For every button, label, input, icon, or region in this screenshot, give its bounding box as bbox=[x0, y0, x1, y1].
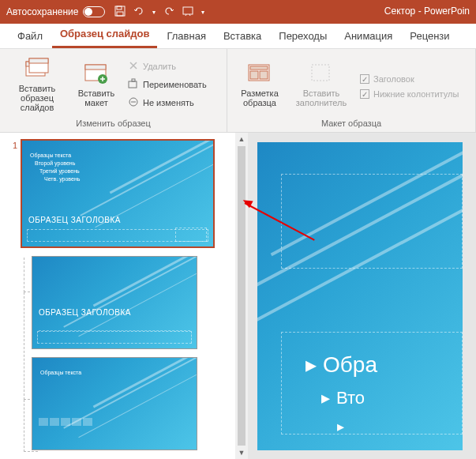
layout-thumbnail-row: Образцы текста bbox=[8, 357, 231, 450]
ribbon-group-master-layout: Разметка образца Вставить заполнитель ✓ … bbox=[227, 49, 476, 132]
ribbon-group-label: Изменить образец bbox=[6, 116, 220, 130]
preserve-icon bbox=[128, 96, 139, 109]
button-label: Вставить макет bbox=[73, 88, 120, 107]
chevron-down-icon[interactable]: ▾ bbox=[152, 9, 156, 16]
scroll-down-icon[interactable]: ▼ bbox=[235, 446, 248, 459]
insert-placeholder-button: Вставить заполнитель bbox=[289, 52, 354, 116]
preserve-button[interactable]: Не изменять bbox=[125, 95, 210, 111]
tab-slide-master[interactable]: Образец слайдов bbox=[52, 23, 158, 48]
checkbox-label: Нижние колонтитулы bbox=[373, 89, 459, 99]
autosave-label: Автосохранение bbox=[6, 6, 78, 17]
button-label: Вставить заполнитель bbox=[290, 88, 352, 107]
svg-rect-1 bbox=[117, 6, 122, 9]
main-title-text: Обра bbox=[323, 352, 377, 377]
svg-rect-11 bbox=[129, 81, 137, 88]
tab-review[interactable]: Рецензи bbox=[402, 25, 457, 48]
autosave-toggle[interactable]: Автосохранение bbox=[6, 6, 105, 17]
redo-icon[interactable] bbox=[163, 6, 174, 19]
body-placeholder[interactable] bbox=[281, 174, 463, 269]
slide-number: 1 bbox=[8, 139, 17, 150]
svg-rect-18 bbox=[312, 65, 329, 81]
title-placeholder[interactable]: ▸Обра ▸Вто ▸ bbox=[281, 332, 463, 435]
checkbox-icon: ✓ bbox=[360, 89, 369, 99]
slide-edit-area[interactable]: ▸Обра ▸Вто ▸ bbox=[248, 133, 476, 459]
scroll-up-icon[interactable]: ▲ bbox=[235, 133, 248, 145]
document-title: Сектор - PowerPoin bbox=[384, 6, 470, 17]
title-bar: Автосохранение ▾ ▾ Сектор - PowerPoin bbox=[0, 0, 476, 24]
checkbox-icon: ✓ bbox=[360, 74, 369, 84]
rename-button[interactable]: Переименовать bbox=[125, 77, 210, 92]
slide-body-placeholder: Образцы текста bbox=[40, 369, 81, 377]
main-sub-text: Вто bbox=[336, 388, 365, 408]
layout-thumbnail-row: ОБРАЗЕЦ ЗАГОЛОВКА bbox=[8, 256, 231, 349]
svg-rect-12 bbox=[132, 79, 135, 81]
workspace: 1 Образцы текста Второй уровень Третий у… bbox=[0, 133, 476, 459]
checkbox-label: Заголовок bbox=[373, 74, 414, 84]
button-label: Удалить bbox=[143, 62, 176, 71]
thumbnail-scrollbar[interactable]: ▲ ▼ bbox=[235, 133, 248, 459]
button-label: Вставить образец слайдов bbox=[8, 84, 66, 112]
ribbon-group-label: Макет образца bbox=[234, 116, 469, 130]
svg-rect-2 bbox=[117, 12, 123, 16]
scroll-thumb[interactable] bbox=[238, 146, 245, 446]
button-label: Переименовать bbox=[143, 80, 207, 89]
ribbon-group-edit-master: Вставить образец слайдов Вставить макет … bbox=[0, 49, 227, 132]
annotation-arrow bbox=[245, 202, 324, 204]
slide-body-placeholder: Образцы текста Второй уровень Третий уро… bbox=[30, 152, 80, 183]
rename-icon bbox=[128, 78, 139, 91]
insert-slide-master-button[interactable]: Вставить образец слайдов bbox=[6, 52, 68, 116]
svg-rect-15 bbox=[250, 66, 268, 70]
slide-footer-placeholder bbox=[37, 331, 192, 344]
delete-icon bbox=[128, 60, 139, 73]
main-slide-canvas[interactable]: ▸Обра ▸Вто ▸ bbox=[257, 142, 463, 450]
slide-title-placeholder: ОБРАЗЕЦ ЗАГОЛОВКА bbox=[28, 216, 121, 224]
layout-slide-thumbnail[interactable]: ОБРАЗЕЦ ЗАГОЛОВКА bbox=[32, 256, 197, 349]
tab-animation[interactable]: Анимация bbox=[336, 25, 400, 48]
layout-slide-thumbnail[interactable]: Образцы текста bbox=[32, 357, 197, 450]
slide-title-placeholder: ОБРАЗЕЦ ЗАГОЛОВКА bbox=[39, 308, 131, 317]
save-icon[interactable] bbox=[114, 6, 126, 19]
slide-footer-placeholder bbox=[27, 229, 208, 242]
qat-more-icon[interactable]: ▾ bbox=[201, 9, 204, 16]
ribbon: Вставить образец слайдов Вставить макет … bbox=[0, 49, 476, 133]
undo-icon[interactable] bbox=[133, 6, 144, 19]
svg-rect-9 bbox=[85, 65, 106, 70]
footers-checkbox: ✓ Нижние колонтитулы bbox=[357, 88, 462, 100]
title-checkbox: ✓ Заголовок bbox=[357, 73, 462, 85]
master-slide-thumbnail[interactable]: Образцы текста Второй уровень Третий уро… bbox=[21, 139, 215, 248]
button-label: Не изменять bbox=[143, 98, 194, 107]
master-layout-button[interactable]: Разметка образца bbox=[234, 52, 286, 116]
tab-insert[interactable]: Вставка bbox=[216, 25, 269, 48]
tab-file[interactable]: Файл bbox=[9, 25, 51, 48]
tab-home[interactable]: Главная bbox=[159, 25, 213, 48]
master-thumbnail-row: 1 Образцы текста Второй уровень Третий у… bbox=[8, 139, 231, 248]
ribbon-tabs: Файл Образец слайдов Главная Вставка Пер… bbox=[0, 24, 476, 49]
svg-rect-3 bbox=[183, 7, 193, 14]
toggle-switch-icon[interactable] bbox=[83, 6, 105, 17]
thumbnail-pane: 1 Образцы текста Второй уровень Третий у… bbox=[0, 133, 248, 459]
tab-transitions[interactable]: Переходы bbox=[271, 25, 335, 48]
insert-layout-button[interactable]: Вставить макет bbox=[71, 52, 122, 116]
svg-rect-7 bbox=[29, 58, 48, 63]
button-label: Разметка образца bbox=[235, 88, 284, 107]
slideshow-icon[interactable] bbox=[182, 6, 193, 19]
quick-access-toolbar: ▾ ▾ bbox=[114, 6, 204, 19]
delete-button: Удалить bbox=[125, 58, 210, 74]
svg-rect-16 bbox=[250, 71, 258, 79]
svg-rect-17 bbox=[260, 71, 268, 79]
